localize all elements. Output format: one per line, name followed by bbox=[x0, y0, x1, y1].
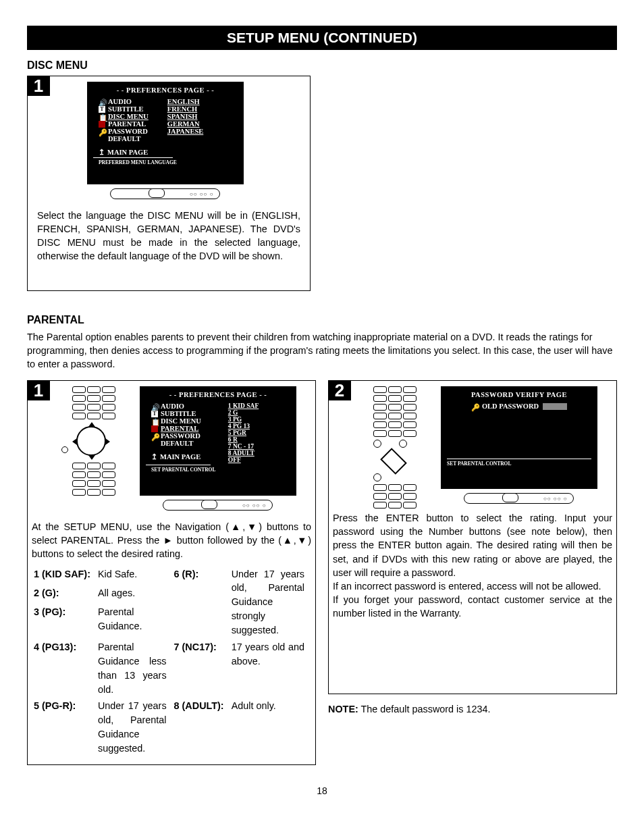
parental-step-2: 2 bbox=[328, 380, 617, 694]
menu-password: 🔑PASSWORD bbox=[99, 128, 149, 135]
disc-menu-caption: Select the language the DISC MENU will b… bbox=[33, 206, 304, 270]
key-icon: 🔑 bbox=[471, 403, 478, 410]
navigation-pad-icon bbox=[373, 450, 411, 471]
old-password-label: OLD PASSWORD bbox=[482, 402, 539, 410]
screen-title: PASSWORD VERIFY PAGE bbox=[447, 391, 591, 398]
screen-footer: SET PARENTAL CONTROL bbox=[146, 467, 290, 473]
rating-option: 4 PG 13 bbox=[228, 423, 259, 429]
rating-desc: Under 17 years old, Parental Guidance st… bbox=[231, 567, 310, 638]
menu-audio: 🔊AUDIO bbox=[99, 98, 149, 105]
screen-footer: PREFERRED MENU LANGUAGE bbox=[93, 159, 238, 165]
parental-step2-caption: Press the ENTER button to select the rat… bbox=[329, 509, 616, 694]
dvd-screen-container: - - PREFERENCES PAGE - - 🔊AUDIO TSUBTITL… bbox=[140, 386, 296, 496]
menu-audio: 🔊AUDIO bbox=[151, 402, 201, 410]
password-note: NOTE: The default password is 1234. bbox=[328, 702, 617, 716]
key-icon: 🔑 bbox=[99, 128, 105, 135]
option-english: ENGLISH bbox=[167, 98, 203, 105]
menu-disc-menu: 📋DISC MENU bbox=[151, 417, 201, 425]
section-parental-title: PARENTAL bbox=[27, 314, 617, 326]
disc-icon: 📋 bbox=[151, 418, 158, 425]
menu-password: 🔑PASSWORD bbox=[151, 432, 201, 440]
arrow-icon: ↥ bbox=[151, 452, 157, 461]
dvd-screen-container: PASSWORD VERIFY PAGE 🔑 OLD PASSWORD SET … bbox=[441, 386, 597, 489]
rating-desc: Parental Guidance. bbox=[97, 604, 172, 638]
parental-intro: The Parental option enables parents to p… bbox=[27, 330, 617, 371]
speaker-icon: 🔊 bbox=[99, 99, 105, 105]
navigation-pad-icon bbox=[72, 422, 110, 460]
rating-desc: Parental Guidance less than 13 years old… bbox=[97, 640, 172, 698]
step-number: 1 bbox=[27, 76, 50, 96]
rating-desc: 17 years old and above. bbox=[231, 640, 310, 698]
main-page-link: ↥MAIN PAGE bbox=[93, 148, 238, 156]
rating-option: 1 KID SAF bbox=[228, 402, 259, 409]
rating-option: 3 PG bbox=[228, 416, 259, 423]
instruction-text: At the SETUP MENU, use the Navigation (▲… bbox=[32, 520, 311, 561]
rating-desc: All ages. bbox=[97, 585, 172, 603]
rating-option: OFF bbox=[228, 457, 259, 463]
parental-step-1: 1 bbox=[27, 380, 316, 765]
rating-option: 6 R bbox=[228, 436, 259, 443]
rating-label: 4 (PG13): bbox=[33, 640, 96, 692]
option-german: GERMAN bbox=[167, 120, 203, 128]
text-icon: T bbox=[99, 106, 105, 113]
rating-label: 8 (ADULT): bbox=[173, 698, 230, 756]
option-japanese: JAPANESE bbox=[167, 128, 203, 135]
page-header: SETUP MENU (CONTINUED) bbox=[27, 26, 617, 50]
parental-step1-caption: At the SETUP MENU, use the Navigation (▲… bbox=[28, 517, 315, 764]
rating-option: 8 ADULT bbox=[228, 450, 259, 457]
rating-label: 6 (R): bbox=[173, 567, 230, 584]
dvd-player-illustration: ○○ ○○ ○ bbox=[441, 493, 596, 505]
rating-option: 7 NC - 17 bbox=[228, 443, 259, 450]
rating-label: 1 (KID SAF): bbox=[33, 567, 96, 584]
blank-icon bbox=[99, 136, 105, 142]
square-icon bbox=[99, 121, 105, 128]
note-text: The default password is 1234. bbox=[358, 704, 491, 714]
step-number: 2 bbox=[328, 380, 351, 400]
ratings-table: 1 (KID SAF): Kid Safe. 6 (R): Under 17 y… bbox=[32, 565, 311, 758]
rating-option: 5 PGR bbox=[228, 429, 259, 436]
rating-label: 3 (PG): bbox=[33, 604, 96, 638]
menu-disc-menu-selected: 📋DISC MENU bbox=[99, 113, 149, 120]
section-disc-menu-title: DISC MENU bbox=[27, 59, 617, 72]
dvd-parental-screen: - - PREFERENCES PAGE - - 🔊AUDIO TSUBTITL… bbox=[140, 387, 296, 495]
rating-desc: Kid Safe. bbox=[97, 567, 172, 584]
password-input-box bbox=[543, 403, 567, 410]
disc-icon: 📋 bbox=[99, 113, 105, 120]
dvd-player-illustration: ○○ ○○ ○ bbox=[87, 188, 242, 206]
key-icon: 🔑 bbox=[151, 433, 158, 440]
main-page-link: ↥MAIN PAGE bbox=[151, 452, 201, 461]
screen-title: - - PREFERENCES PAGE - - bbox=[93, 86, 238, 94]
dvd-password-screen: PASSWORD VERIFY PAGE 🔑 OLD PASSWORD SET … bbox=[441, 387, 597, 488]
rating-label: 7 (NC17): bbox=[173, 640, 230, 692]
dvd-player-illustration: ○○ ○○ ○ bbox=[140, 500, 295, 517]
screen-footer: SET PARENTAL CONTROL bbox=[447, 461, 591, 467]
rating-label: 2 (G): bbox=[33, 585, 96, 603]
arrow-icon: ↥ bbox=[99, 148, 105, 156]
rating-option: 2 G bbox=[228, 409, 259, 416]
screen-title: - - PREFERENCES PAGE - - bbox=[146, 391, 290, 398]
step-number: 1 bbox=[27, 380, 50, 400]
option-french: FRENCH bbox=[167, 105, 203, 113]
dvd-screen-container: - - PREFERENCES PAGE - - 🔊AUDIO TSUBTITL… bbox=[87, 82, 244, 184]
remote-illustration bbox=[59, 386, 140, 517]
rating-label: 5 (PG-R): bbox=[33, 698, 96, 756]
square-icon bbox=[151, 425, 158, 432]
dvd-preferences-screen: - - PREFERENCES PAGE - - 🔊AUDIO TSUBTITL… bbox=[88, 82, 243, 184]
speaker-icon: 🔊 bbox=[151, 403, 158, 410]
rating-desc: Under 17 years old, Parental Guidance su… bbox=[97, 698, 172, 756]
disc-menu-step-1: 1 - - PREFERENCES PAGE - - 🔊AUDIO TSUBTI… bbox=[27, 76, 311, 291]
blank-icon bbox=[151, 440, 158, 447]
option-spanish: SPANISH bbox=[167, 113, 203, 120]
page-number: 18 bbox=[27, 785, 617, 796]
text-icon: T bbox=[151, 411, 158, 417]
rating-desc: Adult only. bbox=[231, 698, 310, 756]
remote-illustration bbox=[360, 386, 441, 509]
note-label: NOTE: bbox=[328, 704, 358, 714]
